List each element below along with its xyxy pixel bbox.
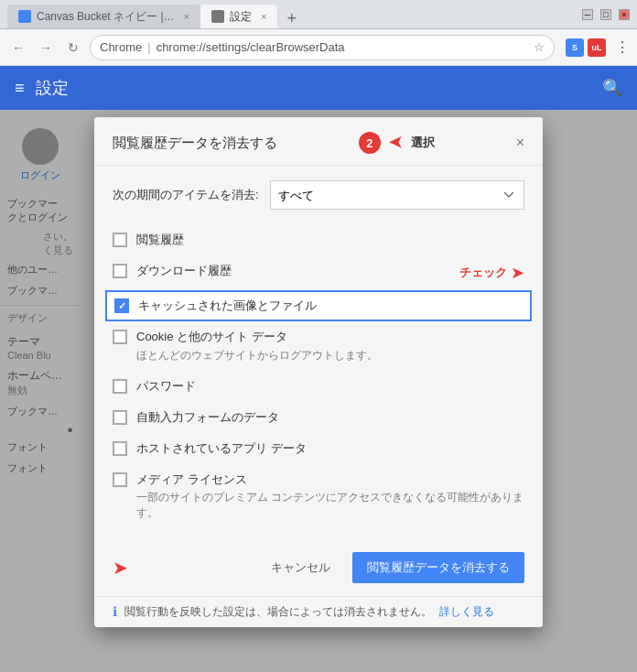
checkbox-row-history: 閲覧履歴 (113, 224, 524, 255)
tab-favicon-settings (211, 10, 224, 23)
checkbox-row-cache: キャッシュされた画像とファイル (105, 290, 532, 321)
checkbox-label-cookie: Cookie と他のサイト データ (136, 329, 378, 345)
bookmark-star-icon[interactable]: ☆ (534, 40, 545, 54)
url-bar[interactable]: Chrome | chrome://settings/clearBrowserD… (90, 35, 555, 60)
tab-label-canvas: Canvas Bucket ネイビー |… (37, 9, 175, 25)
tab-close-settings[interactable]: × (261, 11, 266, 22)
period-row: 次の期間のアイテムを消去: すべて 過去1時間 過去24時間 過去7日間 過去4… (113, 180, 524, 210)
clear-browser-data-dialog: 閲覧履歴データを消去する 2 ➤ 選択 × 次の期間のアイテムを消去: すべて … (94, 117, 543, 627)
tab-favicon-canvas (18, 10, 31, 23)
checkbox-history[interactable] (113, 233, 127, 247)
annotation-select-label: 選択 (411, 135, 435, 151)
address-bar: ← → ↻ Chrome | chrome://settings/clearBr… (0, 29, 637, 66)
url-separator: | (147, 40, 150, 54)
checkbox-media[interactable] (113, 472, 127, 487)
period-select[interactable]: すべて 過去1時間 過去24時間 過去7日間 過去4週間 (270, 180, 524, 210)
tab-close-canvas[interactable]: × (184, 11, 189, 22)
checkbox-row-media: メディア ライセンス 一部のサイトのプレミアム コンテンツにアクセスできなくなる… (113, 464, 524, 528)
settings-page-title: 設定 (36, 77, 69, 99)
dialog-close-button[interactable]: × (516, 135, 524, 151)
main-layout: ログイン ブックマークとログイン さい。く見る 他のユー… ブックマ… デザイン… (0, 110, 637, 672)
back-button[interactable]: ← (7, 37, 29, 59)
new-tab-button[interactable]: + (283, 9, 300, 28)
dialog-footer: ➤ キャンセル 閲覧履歴データを消去する (94, 543, 543, 596)
title-bar: Canvas Bucket ネイビー |… × 設定 × + ─ □ × (0, 0, 637, 29)
minimize-button[interactable]: ─ (582, 9, 593, 20)
dialog-body: 次の期間のアイテムを消去: すべて 過去1時間 過去24時間 過去7日間 過去4… (94, 166, 543, 543)
annotation-badge: 2 (359, 132, 381, 154)
chrome-menu-button[interactable]: ⋮ (615, 38, 630, 56)
url-path: chrome://settings/clearBrowserData (157, 40, 345, 54)
settings-search-icon[interactable]: 🔍 (602, 78, 622, 98)
checkbox-row-hosted: ホストされているアプリ データ (113, 433, 524, 464)
checkbox-label-autofill: 自動入力フォームのデータ (136, 409, 279, 426)
extension-icons: S uL (566, 38, 606, 57)
checkbox-cache[interactable] (114, 298, 129, 313)
checkbox-label-download: ダウンロード履歴 (136, 263, 232, 279)
window-controls: ─ □ × (582, 9, 630, 20)
annotation-arrow-check: ➤ (511, 263, 524, 283)
info-link[interactable]: 詳しく見る (439, 604, 494, 620)
period-label: 次の期間のアイテムを消去: (113, 187, 259, 203)
info-bar: ℹ 閲覧行動を反映した設定は、場合によっては消去されません。 詳しく見る (94, 596, 543, 627)
tab-canvas[interactable]: Canvas Bucket ネイビー |… × (7, 5, 200, 28)
hamburger-menu-button[interactable]: ≡ (15, 79, 25, 98)
cancel-button[interactable]: キャンセル (260, 554, 341, 581)
checkbox-cookie[interactable] (113, 330, 127, 344)
checkbox-download[interactable] (113, 264, 127, 278)
checkbox-row-download: ダウンロード履歴 チェック ➤ (113, 255, 524, 290)
checkbox-label-password: パスワード (136, 378, 196, 395)
modal-overlay: 閲覧履歴データを消去する 2 ➤ 選択 × 次の期間のアイテムを消去: すべて … (0, 110, 637, 672)
dialog-header: 閲覧履歴データを消去する 2 ➤ 選択 × (94, 117, 543, 166)
annotation-check-label: チェック (459, 265, 507, 281)
checkbox-label-cache: キャッシュされた画像とファイル (138, 298, 317, 314)
checkbox-row-password: パスワード (113, 371, 524, 402)
checkbox-row-autofill: 自動入力フォームのデータ (113, 402, 524, 433)
checkbox-password[interactable] (113, 379, 127, 394)
extension-s-icon[interactable]: S (566, 38, 584, 57)
restore-button[interactable]: □ (600, 9, 611, 20)
annotation-arrow-clear: ➤ (113, 557, 128, 579)
checkbox-autofill[interactable] (113, 410, 127, 425)
checkbox-hosted[interactable] (113, 441, 127, 456)
reload-button[interactable]: ↻ (62, 37, 84, 59)
checkbox-sublabel-media: 一部のサイトのプレミアム コンテンツにアクセスできなくなる可能性があります。 (136, 490, 524, 521)
tab-settings[interactable]: 設定 × (200, 5, 277, 28)
forward-button[interactable]: → (35, 37, 57, 59)
info-text: 閲覧行動を反映した設定は、場合によっては消去されません。 (124, 604, 432, 620)
tab-label-settings: 設定 (230, 9, 252, 25)
info-icon: ℹ (113, 604, 117, 619)
extension-ul-icon[interactable]: uL (588, 38, 606, 57)
checkbox-row-cookie: Cookie と他のサイト データ ほとんどのウェブサイトからログアウトします。 (113, 321, 524, 370)
checkbox-label-media: メディア ライセンス (136, 471, 524, 488)
annotation-arrow-select: ➤ (388, 132, 404, 154)
checkbox-label-history: 閲覧履歴 (136, 232, 184, 248)
clear-data-button[interactable]: 閲覧履歴データを消去する (352, 552, 524, 583)
url-prefix: Chrome (100, 40, 142, 54)
settings-header: ≡ 設定 🔍 (0, 66, 637, 110)
close-button[interactable]: × (619, 9, 630, 20)
tab-bar: Canvas Bucket ネイビー |… × 設定 × + (7, 0, 575, 28)
checkbox-label-hosted: ホストされているアプリ データ (136, 440, 307, 457)
dialog-title: 閲覧履歴データを消去する (113, 135, 277, 152)
checkbox-sublabel-cookie: ほとんどのウェブサイトからログアウトします。 (136, 348, 378, 363)
